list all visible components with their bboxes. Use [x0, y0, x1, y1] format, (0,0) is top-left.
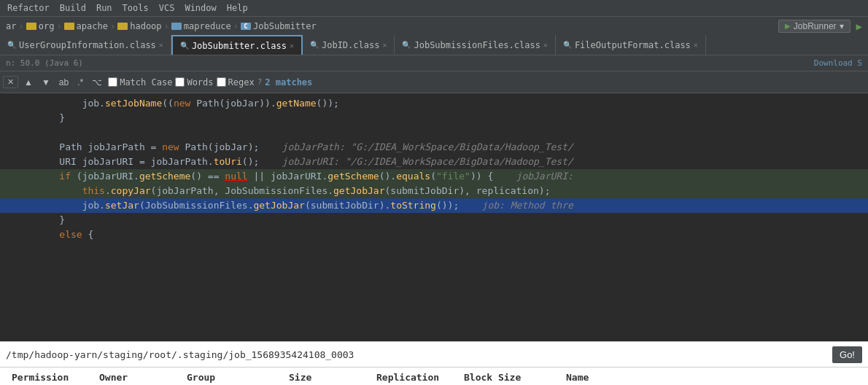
tab-icon-4: 🔍 [563, 41, 572, 49]
folder-icon-apache [64, 23, 74, 30]
words-checkbox-label[interactable]: Words [175, 77, 213, 88]
breadcrumb-mapreduce[interactable]: mapreduce [171, 21, 231, 31]
tab-jobsubmissionfiles[interactable]: 🔍 JobSubmissionFiles.class ✕ [395, 35, 555, 55]
breadcrumb-sep-5: › [233, 21, 239, 31]
code-line-3 [0, 125, 868, 140]
pkg-icon [171, 23, 182, 30]
code-content-10: else { [36, 228, 93, 242]
path-input[interactable] [6, 349, 829, 360]
tabs-bar: 🔍 UserGroupInformation.class ✕ 🔍 JobSubm… [0, 35, 868, 55]
run-button[interactable]: ▶ JobRunner ▾ [778, 20, 850, 33]
menu-tools[interactable]: Tools [118, 1, 153, 15]
regex-checkbox[interactable] [217, 77, 226, 87]
folder-icon [26, 23, 36, 30]
tab-close-0[interactable]: ✕ [159, 41, 163, 49]
code-line-2: } [0, 111, 868, 125]
editor-section: job.setJobName((new Path(jobJar)).getNam… [0, 93, 868, 341]
table-header: Permission Owner Group Size Replication … [0, 368, 868, 385]
code-line-8: job.setJar(JobSubmissionFiles.getJobJar(… [0, 198, 868, 213]
tab-jobid[interactable]: 🔍 JobID.class ✕ [303, 35, 395, 55]
debug-run-icon: ▶ [856, 20, 862, 32]
code-line-1: job.setJobName((new Path(jobJar)).getNam… [0, 96, 868, 111]
breadcrumb-org[interactable]: org [26, 21, 55, 31]
match-case-label: Match Case [120, 77, 172, 88]
breadcrumb-sep-4: › [164, 21, 169, 31]
code-content-7: this.copyJar(jobJarPath, JobSubmissionFi… [36, 184, 550, 198]
tab-fileoutputformat[interactable]: 🔍 FileOutputFormat.class ✕ [556, 35, 706, 55]
tab-label-2: JobID.class [322, 40, 379, 50]
menu-vcs[interactable]: VCS [155, 1, 179, 15]
header-replication: Replication [376, 372, 464, 383]
header-name: Name [566, 372, 856, 383]
code-area[interactable]: job.setJobName((new Path(jobJar)).getNam… [0, 93, 868, 341]
code-content-5: URI jobJarURI = jobJarPath.toUri(); jobJ… [36, 155, 573, 169]
tab-close-2[interactable]: ✕ [382, 41, 387, 49]
info-bar: n: 50.0 (Java 6) Download S [0, 55, 868, 71]
code-line-4: Path jobJarPath = new Path(jobJar); jobJ… [0, 140, 868, 155]
run-button-label: JobRunner [794, 21, 837, 31]
tab-icon-0: 🔍 [7, 41, 16, 49]
code-content-8: job.setJar(JobSubmissionFiles.getJobJar(… [36, 198, 573, 213]
tab-usergroupinformation[interactable]: 🔍 UserGroupInformation.class ✕ [0, 35, 171, 55]
breadcrumb-jobsubmitter[interactable]: C JobSubmitter [241, 21, 317, 31]
header-block-size: Block Size [464, 372, 566, 383]
tab-close-1[interactable]: ✕ [290, 42, 294, 50]
search-word-button[interactable]: ab [56, 76, 71, 89]
tab-icon-1: 🔍 [180, 42, 189, 50]
bottom-section: Go! Permission Owner Group Size Replicat… [0, 341, 868, 385]
search-bar: ✕ ▲ ▼ ab .* ⌥ Match Case Words Regex ? 2… [0, 71, 868, 93]
breadcrumb-ar[interactable]: ar [6, 21, 16, 31]
menu-build[interactable]: Build [55, 1, 90, 15]
go-button[interactable]: Go! [832, 346, 862, 363]
breadcrumb-hadoop[interactable]: hadoop [117, 21, 161, 31]
tab-close-3[interactable]: ✕ [543, 41, 548, 49]
version-label: n: 50.0 (Java 6) [6, 58, 83, 68]
match-case-checkbox[interactable] [108, 77, 117, 87]
regex-help-icon[interactable]: ? [257, 77, 263, 87]
regex-label: Regex [228, 77, 255, 88]
menu-run[interactable]: Run [92, 1, 117, 15]
code-content-1: job.setJobName((new Path(jobJar)).getNam… [36, 96, 339, 111]
search-prev-button[interactable]: ▲ [21, 76, 36, 89]
breadcrumb-bar: ar › org › apache › hadoop › mapreduce ›… [0, 16, 868, 35]
breadcrumb-apache-label: apache [77, 21, 108, 31]
search-filter-button[interactable]: ⌥ [89, 76, 105, 89]
path-bar: Go! [0, 341, 868, 368]
match-case-checkbox-label[interactable]: Match Case [108, 77, 172, 88]
code-line-9: } [0, 213, 868, 228]
match-count: 2 matches [265, 77, 312, 88]
search-close-button[interactable]: ✕ [3, 76, 18, 88]
download-link[interactable]: Download S [814, 58, 862, 68]
regex-checkbox-label[interactable]: Regex [217, 77, 255, 88]
menu-window[interactable]: Window [180, 1, 220, 15]
header-permission: Permission [12, 372, 99, 383]
search-regex-nav-button[interactable]: .* [74, 76, 86, 89]
menu-refactor[interactable]: Refactor [3, 1, 54, 15]
code-line-10: else { [0, 228, 868, 242]
tab-label-1: JobSubmitter.class [192, 41, 287, 51]
breadcrumb-apache[interactable]: apache [64, 21, 108, 31]
tab-jobsubmitter[interactable]: 🔍 JobSubmitter.class ✕ [171, 35, 303, 55]
breadcrumb-mapreduce-label: mapreduce [184, 21, 231, 31]
breadcrumb-class-label: JobSubmitter [253, 21, 317, 31]
words-checkbox[interactable] [175, 77, 185, 87]
tab-icon-3: 🔍 [402, 41, 411, 49]
menu-help[interactable]: Help [222, 1, 252, 15]
code-content-2: } [36, 111, 65, 125]
search-next-button[interactable]: ▼ [39, 76, 53, 89]
menu-bar: Refactor Build Run Tools VCS Window Help [0, 0, 868, 16]
breadcrumb-sep-2: › [56, 21, 61, 31]
file-table: Permission Owner Group Size Replication … [0, 368, 868, 385]
header-size: Size [289, 372, 376, 383]
breadcrumb-sep-1: › [18, 21, 23, 31]
tab-label-0: UserGroupInformation.class [19, 40, 156, 50]
play-icon: ▶ [785, 22, 791, 30]
tab-icon-2: 🔍 [310, 41, 319, 49]
breadcrumb-ar-label: ar [6, 21, 16, 31]
tab-close-4[interactable]: ✕ [694, 41, 698, 49]
dropdown-arrow: ▾ [840, 21, 844, 31]
breadcrumb-sep-3: › [110, 21, 115, 31]
code-content-9: } [36, 213, 65, 228]
breadcrumb-hadoop-label: hadoop [130, 21, 161, 31]
code-content-4: Path jobJarPath = new Path(jobJar); jobJ… [36, 140, 573, 155]
